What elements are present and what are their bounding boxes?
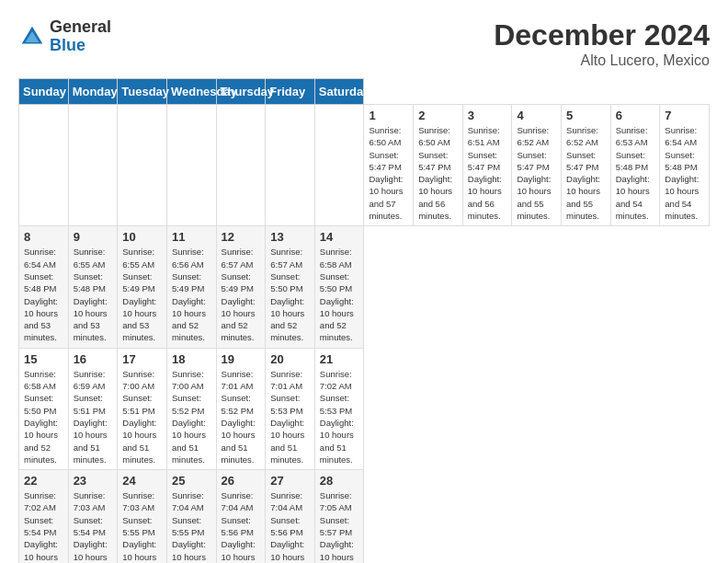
day-info: Sunrise: 7:03 AM Sunset: 5:55 PM Dayligh… [122,489,162,563]
day-number: 17 [122,352,162,366]
day-info: Sunrise: 6:58 AM Sunset: 5:50 PM Dayligh… [320,246,359,343]
page-header: General Blue December 2024 Alto Lucero, … [18,18,710,69]
calendar-week-row: 22Sunrise: 7:02 AM Sunset: 5:54 PM Dayli… [19,470,710,563]
day-number: 16 [74,352,113,366]
day-number: 25 [172,474,211,488]
day-info: Sunrise: 7:03 AM Sunset: 5:54 PM Dayligh… [74,489,113,563]
calendar-cell [266,105,315,226]
day-number: 12 [222,230,261,244]
day-info: Sunrise: 6:52 AM Sunset: 5:47 PM Dayligh… [566,124,606,222]
calendar-cell: 22Sunrise: 7:02 AM Sunset: 5:54 PM Dayli… [19,470,69,563]
day-number: 23 [74,474,113,488]
logo-icon [18,23,46,51]
calendar: SundayMondayTuesdayWednesdayThursdayFrid… [18,78,710,563]
calendar-cell: 13Sunrise: 6:57 AM Sunset: 5:50 PM Dayli… [266,226,315,348]
day-number: 20 [270,352,310,366]
day-number: 5 [566,109,606,122]
day-info: Sunrise: 6:57 AM Sunset: 5:49 PM Dayligh… [222,246,261,343]
title-section: December 2024 Alto Lucero, Mexico [494,18,710,69]
calendar-cell: 5Sunrise: 6:52 AM Sunset: 5:47 PM Daylig… [562,105,611,226]
day-number: 2 [418,109,458,122]
calendar-cell [314,105,364,226]
day-header-thursday: Thursday [216,79,266,105]
day-header-saturday: Saturday [314,79,364,105]
calendar-cell: 3Sunrise: 6:51 AM Sunset: 5:47 PM Daylig… [462,105,512,226]
day-number: 22 [24,474,63,488]
calendar-cell [19,105,69,226]
day-number: 9 [74,230,113,244]
day-info: Sunrise: 7:01 AM Sunset: 5:52 PM Dayligh… [222,368,261,465]
day-header-friday: Friday [266,79,315,105]
month-title: December 2024 [494,18,710,52]
day-info: Sunrise: 6:50 AM Sunset: 5:47 PM Dayligh… [418,124,458,222]
calendar-week-row: 15Sunrise: 6:58 AM Sunset: 5:50 PM Dayli… [19,348,710,469]
day-number: 26 [222,474,261,488]
calendar-cell: 25Sunrise: 7:04 AM Sunset: 5:55 PM Dayli… [166,470,216,563]
calendar-cell: 15Sunrise: 6:58 AM Sunset: 5:50 PM Dayli… [19,348,69,469]
day-info: Sunrise: 6:55 AM Sunset: 5:49 PM Dayligh… [122,246,162,343]
calendar-cell: 2Sunrise: 6:50 AM Sunset: 5:47 PM Daylig… [414,105,463,226]
calendar-cell: 6Sunrise: 6:53 AM Sunset: 5:48 PM Daylig… [610,105,660,226]
calendar-cell: 23Sunrise: 7:03 AM Sunset: 5:54 PM Dayli… [68,470,118,563]
day-info: Sunrise: 6:53 AM Sunset: 5:48 PM Dayligh… [616,124,655,222]
day-info: Sunrise: 6:58 AM Sunset: 5:50 PM Dayligh… [24,368,63,465]
location: Alto Lucero, Mexico [494,52,710,69]
logo: General Blue [18,18,111,55]
day-number: 14 [320,230,359,244]
day-number: 11 [172,230,211,244]
day-info: Sunrise: 6:56 AM Sunset: 5:49 PM Dayligh… [172,246,211,343]
calendar-cell: 27Sunrise: 7:04 AM Sunset: 5:56 PM Dayli… [266,470,315,563]
calendar-cell: 14Sunrise: 6:58 AM Sunset: 5:50 PM Dayli… [314,226,364,348]
day-number: 28 [320,474,359,488]
day-info: Sunrise: 7:00 AM Sunset: 5:51 PM Dayligh… [122,368,162,465]
day-number: 15 [24,352,63,366]
calendar-cell: 8Sunrise: 6:54 AM Sunset: 5:48 PM Daylig… [19,226,69,348]
calendar-cell: 7Sunrise: 6:54 AM Sunset: 5:48 PM Daylig… [660,105,710,226]
calendar-cell: 17Sunrise: 7:00 AM Sunset: 5:51 PM Dayli… [118,348,167,469]
calendar-cell: 24Sunrise: 7:03 AM Sunset: 5:55 PM Dayli… [118,470,167,563]
logo-text: General Blue [50,18,111,55]
day-number: 6 [616,109,655,122]
calendar-cell: 20Sunrise: 7:01 AM Sunset: 5:53 PM Dayli… [266,348,315,469]
day-number: 4 [517,109,556,122]
day-info: Sunrise: 7:05 AM Sunset: 5:57 PM Dayligh… [320,489,359,563]
calendar-cell [68,105,118,226]
calendar-cell: 10Sunrise: 6:55 AM Sunset: 5:49 PM Dayli… [118,226,167,348]
day-info: Sunrise: 6:57 AM Sunset: 5:50 PM Dayligh… [270,246,310,343]
day-number: 27 [270,474,310,488]
calendar-cell: 18Sunrise: 7:00 AM Sunset: 5:52 PM Dayli… [166,348,216,469]
day-header-wednesday: Wednesday [166,79,216,105]
calendar-cell: 4Sunrise: 6:52 AM Sunset: 5:47 PM Daylig… [512,105,562,226]
logo-general: General [50,18,111,37]
day-number: 7 [665,109,704,122]
day-info: Sunrise: 7:00 AM Sunset: 5:52 PM Dayligh… [172,368,211,465]
calendar-cell: 1Sunrise: 6:50 AM Sunset: 5:47 PM Daylig… [364,105,414,226]
day-number: 19 [222,352,261,366]
day-info: Sunrise: 6:54 AM Sunset: 5:48 PM Dayligh… [665,124,704,222]
day-header-tuesday: Tuesday [118,79,167,105]
calendar-cell: 21Sunrise: 7:02 AM Sunset: 5:53 PM Dayli… [314,348,364,469]
day-number: 8 [24,230,63,244]
day-info: Sunrise: 6:51 AM Sunset: 5:47 PM Dayligh… [468,124,507,222]
calendar-cell: 11Sunrise: 6:56 AM Sunset: 5:49 PM Dayli… [166,226,216,348]
logo-blue: Blue [50,37,111,55]
day-info: Sunrise: 6:55 AM Sunset: 5:48 PM Dayligh… [74,246,113,343]
day-number: 24 [122,474,162,488]
calendar-week-row: 1Sunrise: 6:50 AM Sunset: 5:47 PM Daylig… [19,105,710,226]
day-number: 18 [172,352,211,366]
day-info: Sunrise: 7:04 AM Sunset: 5:55 PM Dayligh… [172,489,211,563]
calendar-cell: 19Sunrise: 7:01 AM Sunset: 5:52 PM Dayli… [216,348,266,469]
calendar-cell: 12Sunrise: 6:57 AM Sunset: 5:49 PM Dayli… [216,226,266,348]
day-info: Sunrise: 6:50 AM Sunset: 5:47 PM Dayligh… [369,124,408,222]
day-info: Sunrise: 7:01 AM Sunset: 5:53 PM Dayligh… [270,368,310,465]
calendar-header-row: SundayMondayTuesdayWednesdayThursdayFrid… [19,79,710,105]
day-info: Sunrise: 6:59 AM Sunset: 5:51 PM Dayligh… [74,368,113,465]
calendar-cell: 16Sunrise: 6:59 AM Sunset: 5:51 PM Dayli… [68,348,118,469]
calendar-cell: 26Sunrise: 7:04 AM Sunset: 5:56 PM Dayli… [216,470,266,563]
day-info: Sunrise: 7:04 AM Sunset: 5:56 PM Dayligh… [270,489,310,563]
day-info: Sunrise: 6:54 AM Sunset: 5:48 PM Dayligh… [24,246,63,343]
calendar-cell [166,105,216,226]
day-number: 1 [369,109,408,122]
day-info: Sunrise: 7:04 AM Sunset: 5:56 PM Dayligh… [222,489,261,563]
calendar-cell: 9Sunrise: 6:55 AM Sunset: 5:48 PM Daylig… [68,226,118,348]
